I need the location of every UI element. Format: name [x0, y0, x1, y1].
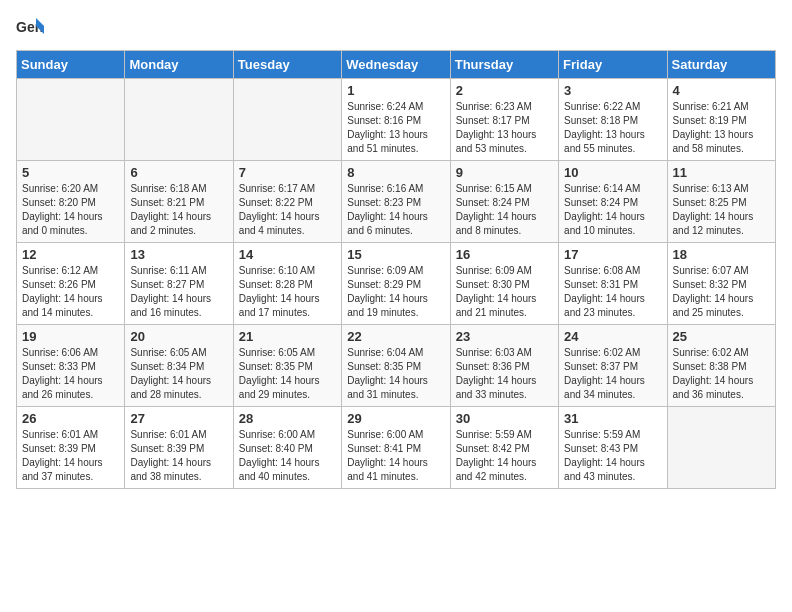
calendar-header-tuesday: Tuesday — [233, 51, 341, 79]
calendar-header-wednesday: Wednesday — [342, 51, 450, 79]
calendar-cell: 9Sunrise: 6:15 AM Sunset: 8:24 PM Daylig… — [450, 161, 558, 243]
day-info: Sunrise: 6:16 AM Sunset: 8:23 PM Dayligh… — [347, 182, 444, 238]
calendar-cell: 3Sunrise: 6:22 AM Sunset: 8:18 PM Daylig… — [559, 79, 667, 161]
day-number: 8 — [347, 165, 444, 180]
day-number: 19 — [22, 329, 119, 344]
calendar-cell: 20Sunrise: 6:05 AM Sunset: 8:34 PM Dayli… — [125, 325, 233, 407]
day-number: 9 — [456, 165, 553, 180]
day-number: 7 — [239, 165, 336, 180]
day-info: Sunrise: 6:11 AM Sunset: 8:27 PM Dayligh… — [130, 264, 227, 320]
day-number: 16 — [456, 247, 553, 262]
calendar-cell — [667, 407, 775, 489]
day-number: 29 — [347, 411, 444, 426]
day-info: Sunrise: 6:17 AM Sunset: 8:22 PM Dayligh… — [239, 182, 336, 238]
day-info: Sunrise: 6:05 AM Sunset: 8:34 PM Dayligh… — [130, 346, 227, 402]
calendar-week-row: 26Sunrise: 6:01 AM Sunset: 8:39 PM Dayli… — [17, 407, 776, 489]
day-number: 17 — [564, 247, 661, 262]
calendar-header-monday: Monday — [125, 51, 233, 79]
calendar-cell: 28Sunrise: 6:00 AM Sunset: 8:40 PM Dayli… — [233, 407, 341, 489]
day-number: 21 — [239, 329, 336, 344]
day-number: 1 — [347, 83, 444, 98]
calendar-body: 1Sunrise: 6:24 AM Sunset: 8:16 PM Daylig… — [17, 79, 776, 489]
calendar-cell: 7Sunrise: 6:17 AM Sunset: 8:22 PM Daylig… — [233, 161, 341, 243]
calendar-week-row: 12Sunrise: 6:12 AM Sunset: 8:26 PM Dayli… — [17, 243, 776, 325]
day-number: 20 — [130, 329, 227, 344]
calendar-cell: 11Sunrise: 6:13 AM Sunset: 8:25 PM Dayli… — [667, 161, 775, 243]
calendar-cell: 16Sunrise: 6:09 AM Sunset: 8:30 PM Dayli… — [450, 243, 558, 325]
calendar-cell: 18Sunrise: 6:07 AM Sunset: 8:32 PM Dayli… — [667, 243, 775, 325]
calendar-cell: 15Sunrise: 6:09 AM Sunset: 8:29 PM Dayli… — [342, 243, 450, 325]
day-number: 25 — [673, 329, 770, 344]
calendar-cell: 27Sunrise: 6:01 AM Sunset: 8:39 PM Dayli… — [125, 407, 233, 489]
calendar-cell — [17, 79, 125, 161]
calendar-header-thursday: Thursday — [450, 51, 558, 79]
day-number: 24 — [564, 329, 661, 344]
calendar-cell: 22Sunrise: 6:04 AM Sunset: 8:35 PM Dayli… — [342, 325, 450, 407]
calendar-cell: 13Sunrise: 6:11 AM Sunset: 8:27 PM Dayli… — [125, 243, 233, 325]
calendar-cell: 6Sunrise: 6:18 AM Sunset: 8:21 PM Daylig… — [125, 161, 233, 243]
day-info: Sunrise: 6:04 AM Sunset: 8:35 PM Dayligh… — [347, 346, 444, 402]
calendar-header-sunday: Sunday — [17, 51, 125, 79]
day-info: Sunrise: 5:59 AM Sunset: 8:42 PM Dayligh… — [456, 428, 553, 484]
day-number: 23 — [456, 329, 553, 344]
day-number: 6 — [130, 165, 227, 180]
day-info: Sunrise: 6:23 AM Sunset: 8:17 PM Dayligh… — [456, 100, 553, 156]
day-number: 18 — [673, 247, 770, 262]
calendar-cell: 25Sunrise: 6:02 AM Sunset: 8:38 PM Dayli… — [667, 325, 775, 407]
calendar-cell: 19Sunrise: 6:06 AM Sunset: 8:33 PM Dayli… — [17, 325, 125, 407]
day-info: Sunrise: 6:00 AM Sunset: 8:40 PM Dayligh… — [239, 428, 336, 484]
calendar-header-row: SundayMondayTuesdayWednesdayThursdayFrid… — [17, 51, 776, 79]
day-number: 28 — [239, 411, 336, 426]
calendar-cell: 5Sunrise: 6:20 AM Sunset: 8:20 PM Daylig… — [17, 161, 125, 243]
day-info: Sunrise: 6:01 AM Sunset: 8:39 PM Dayligh… — [130, 428, 227, 484]
calendar-cell: 1Sunrise: 6:24 AM Sunset: 8:16 PM Daylig… — [342, 79, 450, 161]
day-info: Sunrise: 6:06 AM Sunset: 8:33 PM Dayligh… — [22, 346, 119, 402]
calendar-cell: 30Sunrise: 5:59 AM Sunset: 8:42 PM Dayli… — [450, 407, 558, 489]
day-info: Sunrise: 6:02 AM Sunset: 8:37 PM Dayligh… — [564, 346, 661, 402]
calendar-cell: 23Sunrise: 6:03 AM Sunset: 8:36 PM Dayli… — [450, 325, 558, 407]
day-info: Sunrise: 6:22 AM Sunset: 8:18 PM Dayligh… — [564, 100, 661, 156]
calendar-cell: 24Sunrise: 6:02 AM Sunset: 8:37 PM Dayli… — [559, 325, 667, 407]
day-info: Sunrise: 6:02 AM Sunset: 8:38 PM Dayligh… — [673, 346, 770, 402]
day-info: Sunrise: 6:13 AM Sunset: 8:25 PM Dayligh… — [673, 182, 770, 238]
day-number: 26 — [22, 411, 119, 426]
day-info: Sunrise: 6:18 AM Sunset: 8:21 PM Dayligh… — [130, 182, 227, 238]
calendar-cell: 21Sunrise: 6:05 AM Sunset: 8:35 PM Dayli… — [233, 325, 341, 407]
day-info: Sunrise: 6:21 AM Sunset: 8:19 PM Dayligh… — [673, 100, 770, 156]
calendar-cell: 29Sunrise: 6:00 AM Sunset: 8:41 PM Dayli… — [342, 407, 450, 489]
day-info: Sunrise: 6:24 AM Sunset: 8:16 PM Dayligh… — [347, 100, 444, 156]
calendar-cell: 2Sunrise: 6:23 AM Sunset: 8:17 PM Daylig… — [450, 79, 558, 161]
day-info: Sunrise: 6:10 AM Sunset: 8:28 PM Dayligh… — [239, 264, 336, 320]
calendar-cell — [125, 79, 233, 161]
day-number: 31 — [564, 411, 661, 426]
day-info: Sunrise: 6:03 AM Sunset: 8:36 PM Dayligh… — [456, 346, 553, 402]
calendar-header-friday: Friday — [559, 51, 667, 79]
calendar-cell: 12Sunrise: 6:12 AM Sunset: 8:26 PM Dayli… — [17, 243, 125, 325]
day-number: 2 — [456, 83, 553, 98]
day-info: Sunrise: 6:07 AM Sunset: 8:32 PM Dayligh… — [673, 264, 770, 320]
day-info: Sunrise: 6:15 AM Sunset: 8:24 PM Dayligh… — [456, 182, 553, 238]
day-info: Sunrise: 6:12 AM Sunset: 8:26 PM Dayligh… — [22, 264, 119, 320]
day-info: Sunrise: 6:08 AM Sunset: 8:31 PM Dayligh… — [564, 264, 661, 320]
day-info: Sunrise: 6:14 AM Sunset: 8:24 PM Dayligh… — [564, 182, 661, 238]
day-number: 13 — [130, 247, 227, 262]
day-number: 12 — [22, 247, 119, 262]
day-number: 22 — [347, 329, 444, 344]
day-number: 11 — [673, 165, 770, 180]
calendar-table: SundayMondayTuesdayWednesdayThursdayFrid… — [16, 50, 776, 489]
day-number: 4 — [673, 83, 770, 98]
day-info: Sunrise: 6:20 AM Sunset: 8:20 PM Dayligh… — [22, 182, 119, 238]
day-info: Sunrise: 6:01 AM Sunset: 8:39 PM Dayligh… — [22, 428, 119, 484]
calendar-week-row: 5Sunrise: 6:20 AM Sunset: 8:20 PM Daylig… — [17, 161, 776, 243]
day-info: Sunrise: 6:09 AM Sunset: 8:30 PM Dayligh… — [456, 264, 553, 320]
day-info: Sunrise: 6:00 AM Sunset: 8:41 PM Dayligh… — [347, 428, 444, 484]
day-number: 10 — [564, 165, 661, 180]
calendar-cell: 14Sunrise: 6:10 AM Sunset: 8:28 PM Dayli… — [233, 243, 341, 325]
day-number: 3 — [564, 83, 661, 98]
day-info: Sunrise: 5:59 AM Sunset: 8:43 PM Dayligh… — [564, 428, 661, 484]
day-number: 27 — [130, 411, 227, 426]
calendar-week-row: 1Sunrise: 6:24 AM Sunset: 8:16 PM Daylig… — [17, 79, 776, 161]
calendar-cell: 10Sunrise: 6:14 AM Sunset: 8:24 PM Dayli… — [559, 161, 667, 243]
day-number: 30 — [456, 411, 553, 426]
calendar-header-saturday: Saturday — [667, 51, 775, 79]
